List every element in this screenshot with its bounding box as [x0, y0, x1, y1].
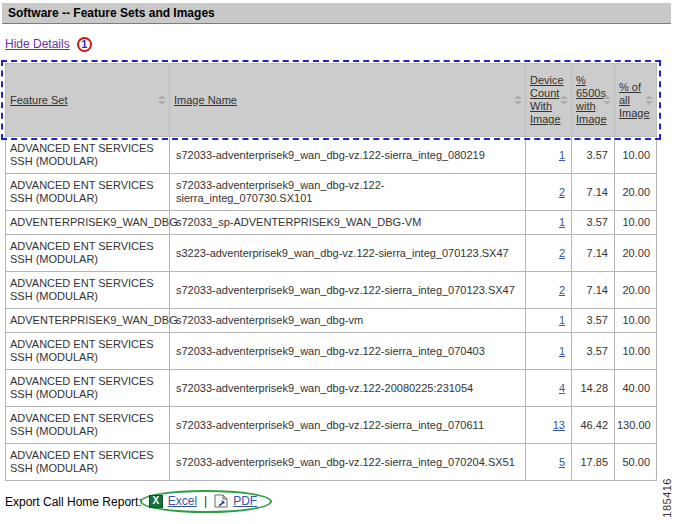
device-count-link[interactable]: 2	[559, 247, 565, 259]
device-count-link[interactable]: 1	[559, 149, 565, 161]
details-toggle-row: Hide Details 1	[5, 35, 673, 53]
column-header-device-count[interactable]: Device Count With Image	[526, 64, 572, 137]
table-row: ADVANCED ENT SERVICES SSH (MODULAR) s720…	[6, 272, 657, 309]
table-row: ADVANCED ENT SERVICES SSH (MODULAR) s720…	[6, 370, 657, 407]
pct-all-cell: 10.00	[615, 333, 657, 370]
pct-all-cell: 10.00	[615, 137, 657, 174]
sort-icon[interactable]	[603, 95, 611, 105]
pct-all-cell: 20.00	[615, 235, 657, 272]
column-header-image-name[interactable]: Image Name	[170, 64, 526, 137]
pct-6500s-cell: 7.14	[572, 235, 615, 272]
feature-set-cell: ADVANCED ENT SERVICES SSH (MODULAR)	[6, 444, 170, 481]
device-count-cell: 4	[526, 370, 572, 407]
pct-all-cell: 50.00	[615, 444, 657, 481]
image-name-cell: s72033-adventerprisek9_wan_dbg-vm	[170, 309, 526, 333]
device-count-cell: 13	[526, 407, 572, 444]
feature-set-cell: ADVANCED ENT SERVICES SSH (MODULAR)	[6, 333, 170, 370]
sort-icon[interactable]	[514, 95, 522, 105]
image-name-cell: s72033-adventerprisek9_wan_dbg-vz.122-20…	[170, 370, 526, 407]
pct-all-cell: 40.00	[615, 370, 657, 407]
device-count-cell: 1	[526, 211, 572, 235]
sort-icon[interactable]	[645, 95, 653, 105]
device-count-link[interactable]: 1	[559, 216, 565, 228]
table-row: ADVANCED ENT SERVICES SSH (MODULAR) s322…	[6, 235, 657, 272]
device-count-cell: 2	[526, 272, 572, 309]
device-count-link[interactable]: 5	[559, 456, 565, 468]
image-name-cell: s3223-adventerprisek9_wan_dbg-vz.122-sie…	[170, 235, 526, 272]
image-name-cell: s72033-adventerprisek9_wan_dbg-vz.122-si…	[170, 407, 526, 444]
device-count-link[interactable]: 2	[559, 186, 565, 198]
table-row: ADVANCED ENT SERVICES SSH (MODULAR) s720…	[6, 407, 657, 444]
image-name-cell: s72033-adventerprisek9_wan_dbg-vz.122-si…	[170, 174, 526, 211]
table-header: Feature Set Image Name Device Count With…	[6, 64, 657, 137]
feature-set-cell: ADVANCED ENT SERVICES SSH (MODULAR)	[6, 137, 170, 174]
table-row: ADVANCED ENT SERVICES SSH (MODULAR) s720…	[6, 174, 657, 211]
pct-all-cell: 20.00	[615, 272, 657, 309]
hide-details-link[interactable]: Hide Details	[5, 37, 70, 51]
pct-6500s-cell: 7.14	[572, 174, 615, 211]
image-name-cell: s72033-adventerprisek9_wan_dbg-vz.122-si…	[170, 444, 526, 481]
pct-6500s-cell: 17.85	[572, 444, 615, 481]
export-row: Export Call Home Report: X Excel | PDF	[5, 490, 673, 513]
sort-icon[interactable]	[560, 95, 568, 105]
export-separator: |	[204, 494, 207, 508]
table-row: ADVENTERPRISEK9_WAN_DBG s72033_sp-ADVENT…	[6, 211, 657, 235]
callout-1-annotation: 1	[77, 37, 92, 52]
feature-set-cell: ADVENTERPRISEK9_WAN_DBG	[6, 309, 170, 333]
pct-all-cell: 20.00	[615, 174, 657, 211]
pct-6500s-cell: 3.57	[572, 137, 615, 174]
pct-6500s-cell: 3.57	[572, 333, 615, 370]
export-links-annotation: X Excel | PDF	[140, 490, 272, 513]
table-row: ADVANCED ENT SERVICES SSH (MODULAR) s720…	[6, 333, 657, 370]
figure-number: 185416	[661, 478, 673, 518]
feature-sets-table-container: Feature Set Image Name Device Count With…	[5, 63, 656, 481]
table-row: ADVANCED ENT SERVICES SSH (MODULAR) s720…	[6, 137, 657, 174]
table-body: ADVANCED ENT SERVICES SSH (MODULAR) s720…	[6, 137, 657, 481]
device-count-link[interactable]: 13	[553, 419, 565, 431]
sort-icon[interactable]	[158, 95, 166, 105]
pct-6500s-cell: 14.28	[572, 370, 615, 407]
feature-set-cell: ADVANCED ENT SERVICES SSH (MODULAR)	[6, 370, 170, 407]
device-count-link[interactable]: 1	[559, 314, 565, 326]
pct-6500s-cell: 3.57	[572, 211, 615, 235]
feature-set-cell: ADVANCED ENT SERVICES SSH (MODULAR)	[6, 272, 170, 309]
table-row: ADVENTERPRISEK9_WAN_DBG s72033-adventerp…	[6, 309, 657, 333]
excel-export-link[interactable]: Excel	[168, 494, 197, 508]
device-count-cell: 1	[526, 309, 572, 333]
device-count-link[interactable]: 2	[559, 284, 565, 296]
page: Software -- Feature Sets and Images Hide…	[0, 0, 675, 524]
device-count-cell: 1	[526, 333, 572, 370]
device-count-cell: 2	[526, 174, 572, 211]
pct-all-cell: 130.00	[615, 407, 657, 444]
column-header-feature-set[interactable]: Feature Set	[6, 64, 170, 137]
image-name-cell: s72033-adventerprisek9_wan_dbg-vz.122-si…	[170, 272, 526, 309]
column-header-pct-all[interactable]: % of all Image	[615, 64, 657, 137]
device-count-cell: 1	[526, 137, 572, 174]
device-count-cell: 5	[526, 444, 572, 481]
feature-set-cell: ADVENTERPRISEK9_WAN_DBG	[6, 211, 170, 235]
feature-set-cell: ADVANCED ENT SERVICES SSH (MODULAR)	[6, 235, 170, 272]
device-count-cell: 2	[526, 235, 572, 272]
device-count-link[interactable]: 4	[559, 382, 565, 394]
image-name-cell: s72033-adventerprisek9_wan_dbg-vz.122-si…	[170, 333, 526, 370]
pct-6500s-cell: 7.14	[572, 272, 615, 309]
excel-icon[interactable]: X	[149, 495, 163, 508]
feature-sets-table: Feature Set Image Name Device Count With…	[5, 63, 657, 481]
image-name-cell: s72033_sp-ADVENTERPRISEK9_WAN_DBG-VM	[170, 211, 526, 235]
device-count-link[interactable]: 1	[559, 345, 565, 357]
feature-set-cell: ADVANCED ENT SERVICES SSH (MODULAR)	[6, 407, 170, 444]
feature-set-cell: ADVANCED ENT SERVICES SSH (MODULAR)	[6, 174, 170, 211]
pct-6500s-cell: 3.57	[572, 309, 615, 333]
pct-all-cell: 10.00	[615, 211, 657, 235]
table-row: ADVANCED ENT SERVICES SSH (MODULAR) s720…	[6, 444, 657, 481]
pct-all-cell: 10.00	[615, 309, 657, 333]
export-label: Export Call Home Report:	[5, 495, 142, 509]
pdf-export-link[interactable]: PDF	[233, 494, 257, 508]
pct-6500s-cell: 46.42	[572, 407, 615, 444]
page-title: Software -- Feature Sets and Images	[2, 3, 671, 24]
image-name-cell: s72033-adventerprisek9_wan_dbg-vz.122-si…	[170, 137, 526, 174]
column-header-pct-6500s[interactable]: % 6500s with Image	[572, 64, 615, 137]
header-row: Feature Set Image Name Device Count With…	[6, 64, 657, 137]
pdf-icon[interactable]	[214, 494, 228, 508]
